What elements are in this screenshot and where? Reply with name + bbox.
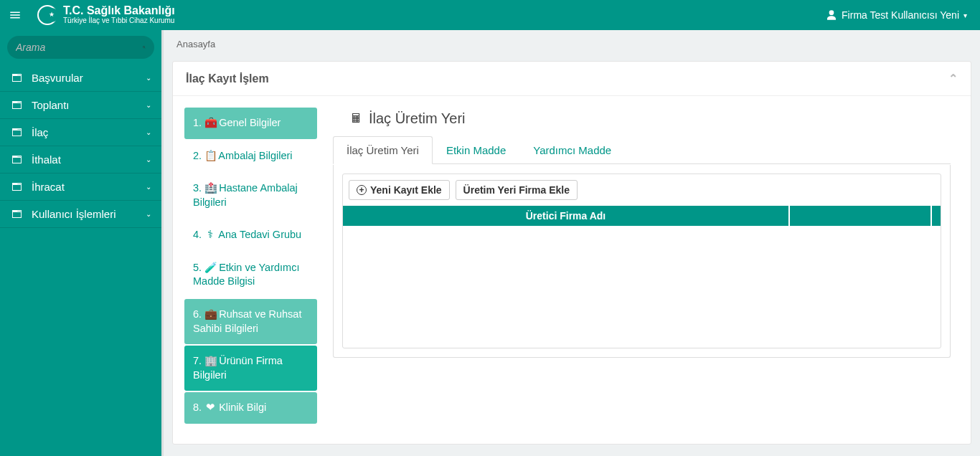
panel-header: İlaç Kayıt İşlem ⌃ <box>173 62 971 96</box>
search-box[interactable] <box>7 36 154 59</box>
main-content: Anasayfa İlaç Kayıt İşlem ⌃ 1. 🧰 Genel B… <box>161 30 980 456</box>
content-area: 🖩 İlaç Üretim Yeri İlaç Üretim YeriEtkin… <box>333 108 951 358</box>
tab[interactable]: İlaç Üretim Yeri <box>333 136 433 164</box>
sidebar-item-label: Kullanıcı İşlemleri <box>32 208 116 220</box>
step-icon: 🧰 <box>204 116 216 130</box>
grid-header-row: Üretici Firma Adı <box>343 206 941 226</box>
tab-panel: + Yeni Kayıt Ekle Üretim Yeri Firma Ekle… <box>333 165 951 358</box>
chevron-down-icon: ⌄ <box>146 101 151 109</box>
step-item[interactable]: 6. 💼 Ruhsat ve Ruhsat Sahibi Bilgileri <box>184 299 317 344</box>
chevron-down-icon: ⌄ <box>146 128 151 136</box>
sidebar-item-label: İthalat <box>32 153 61 166</box>
hamburger-icon <box>9 9 22 22</box>
window-icon: 🗔 <box>10 208 23 220</box>
step-item[interactable]: 7. 🏢 Ürünün Firma Bilgileri <box>184 346 317 391</box>
user-name: Firma Test Kullanıcısı Yeni <box>842 9 959 21</box>
grid-header-spacer <box>790 206 932 226</box>
brand-block: T.C. Sağlık Bakanlığı Türkiye İlaç ve Tı… <box>30 5 182 25</box>
step-label: Genel Bilgiler <box>219 117 281 128</box>
user-menu[interactable]: Firma Test Kullanıcısı Yeni ▾ <box>826 9 980 21</box>
search-input[interactable] <box>16 42 143 53</box>
sidebar: 🗔Başvurular⌄🗔Toplantı⌄🗔İlaç⌄🗔İthalat⌄🗔İh… <box>0 30 161 456</box>
step-icon: ❤ <box>204 401 216 415</box>
grid-panel: + Yeni Kayıt Ekle Üretim Yeri Firma Ekle… <box>342 174 941 348</box>
chevron-down-icon: ⌄ <box>146 74 151 82</box>
step-label: Ana Tedavi Grubu <box>218 229 301 240</box>
step-label: Ambalaj Bilgileri <box>218 150 292 161</box>
chevron-down-icon: ⌄ <box>146 210 151 218</box>
logo-icon <box>37 5 57 25</box>
window-icon: 🗔 <box>10 99 23 111</box>
step-label: Klinik Bilgi <box>219 402 266 413</box>
step-icon: ⚕ <box>204 228 216 242</box>
sidebar-item[interactable]: 🗔Kullanıcı İşlemleri⌄ <box>0 201 161 228</box>
sidebar-item-label: Başvurular <box>32 72 83 84</box>
hamburger-menu-button[interactable] <box>0 0 30 30</box>
step-item[interactable]: 1. 🧰 Genel Bilgiler <box>184 108 317 139</box>
sidebar-item[interactable]: 🗔Toplantı⌄ <box>0 92 161 119</box>
plus-circle-icon: + <box>357 185 367 195</box>
step-list: 1. 🧰 Genel Bilgiler2. 📋 Ambalaj Bilgiler… <box>184 108 317 424</box>
sidebar-item-label: İhracat <box>32 181 65 193</box>
brand-title: T.C. Sağlık Bakanlığı <box>63 5 175 16</box>
sidebar-item[interactable]: 🗔İhracat⌄ <box>0 174 161 201</box>
chevron-down-icon: ⌄ <box>146 156 151 163</box>
grid-header-cell: Üretici Firma Adı <box>343 206 790 226</box>
window-icon: 🗔 <box>10 126 23 138</box>
step-item[interactable]: 4. ⚕ Ana Tedavi Grubu <box>184 219 317 251</box>
grid-body <box>343 226 941 348</box>
calculator-icon: 🖩 <box>350 111 363 126</box>
step-item[interactable]: 5. 🧪 Etkin ve Yardımcı Madde Bilgisi <box>184 252 317 298</box>
step-icon: 🏥 <box>204 181 216 196</box>
new-record-button[interactable]: + Yeni Kayıt Ekle <box>349 180 450 200</box>
content-title-text: İlaç Üretim Yeri <box>369 110 466 127</box>
window-icon: 🗔 <box>10 181 23 193</box>
chevron-down-icon: ▾ <box>963 11 967 19</box>
sidebar-item-label: Toplantı <box>32 99 70 111</box>
sidebar-item[interactable]: 🗔İlaç⌄ <box>0 119 161 146</box>
sidebar-item-label: İlaç <box>32 126 48 138</box>
tab-list: İlaç Üretim YeriEtkin MaddeYardımcı Madd… <box>333 136 951 164</box>
chevron-down-icon: ⌄ <box>146 183 151 191</box>
add-firm-button[interactable]: Üretim Yeri Firma Ekle <box>456 180 578 200</box>
step-item[interactable]: 3. 🏥 Hastane Ambalaj Bilgileri <box>184 173 317 218</box>
step-icon: 💼 <box>204 308 216 322</box>
content-title: 🖩 İlaç Üretim Yeri <box>350 110 951 127</box>
tab[interactable]: Yardımcı Madde <box>519 136 625 164</box>
search-icon <box>143 42 146 53</box>
step-item[interactable]: 2. 📋 Ambalaj Bilgileri <box>184 141 317 172</box>
breadcrumb[interactable]: Anasayfa <box>164 30 980 58</box>
tab[interactable]: Etkin Madde <box>433 136 519 164</box>
step-item[interactable]: 8. ❤ Klinik Bilgi <box>184 392 317 424</box>
sidebar-item[interactable]: 🗔İthalat⌄ <box>0 146 161 174</box>
sidebar-item[interactable]: 🗔Başvurular⌄ <box>0 65 161 92</box>
grid-header-spacer <box>932 206 941 226</box>
step-icon: 🧪 <box>204 261 216 275</box>
window-icon: 🗔 <box>10 153 23 166</box>
topbar: T.C. Sağlık Bakanlığı Türkiye İlaç ve Tı… <box>0 0 980 30</box>
step-icon: 🏢 <box>204 354 216 369</box>
panel-title: İlaç Kayıt İşlem <box>186 72 269 85</box>
collapse-icon[interactable]: ⌃ <box>948 72 958 85</box>
brand-subtitle: Türkiye İlaç ve Tıbbi Cihaz Kurumu <box>63 16 175 25</box>
panel: İlaç Kayıt İşlem ⌃ 1. 🧰 Genel Bilgiler2.… <box>172 61 971 445</box>
user-icon <box>826 9 837 21</box>
window-icon: 🗔 <box>10 72 23 84</box>
step-icon: 📋 <box>204 149 216 163</box>
